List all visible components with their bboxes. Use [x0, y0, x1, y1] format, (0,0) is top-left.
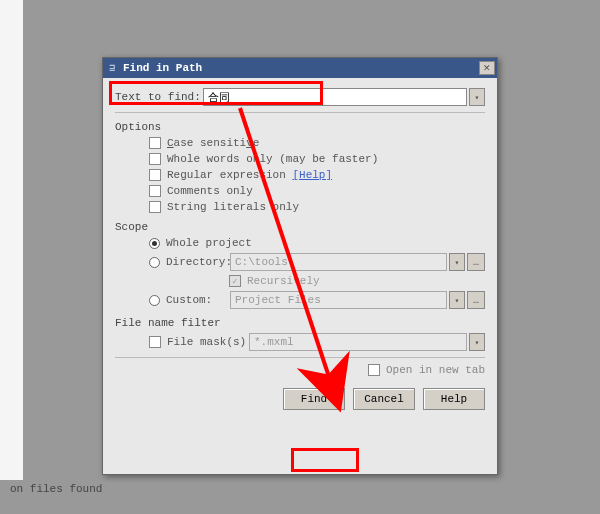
file-mask-field: *.mxml	[249, 333, 467, 351]
titlebar-text: Find in Path	[123, 62, 479, 74]
find-button[interactable]: Find	[283, 388, 345, 410]
divider	[115, 112, 485, 113]
checkbox-icon[interactable]	[149, 169, 161, 181]
text-to-find-input[interactable]	[203, 88, 467, 106]
file-mask-label: File mask(s)	[167, 336, 249, 348]
file-mask-dropdown[interactable]: ▾	[469, 333, 485, 351]
string-literals-row[interactable]: String literals only	[149, 201, 485, 213]
scope-section-label: Scope	[115, 221, 485, 233]
custom-dropdown[interactable]: ▾	[449, 291, 465, 309]
custom-field: Project Files	[230, 291, 447, 309]
checkbox-icon[interactable]	[149, 153, 161, 165]
custom-browse-button[interactable]: …	[467, 291, 485, 309]
regex-label: Regular expression	[167, 169, 286, 181]
checkbox-icon[interactable]	[149, 336, 161, 348]
directory-row[interactable]: Directory: C:\tools\ ▾ …	[149, 253, 485, 271]
case-sensitive-label: Case sensitive	[167, 137, 259, 149]
comments-only-row[interactable]: Comments only	[149, 185, 485, 197]
status-footer: on files found	[10, 482, 102, 496]
app-icon: ⊒	[105, 61, 119, 75]
regex-row[interactable]: Regular expression [Help]	[149, 169, 485, 181]
whole-project-label: Whole project	[166, 237, 252, 249]
checkbox-icon: ✓	[229, 275, 241, 287]
footer-line-1: on files found	[10, 482, 102, 496]
divider	[115, 357, 485, 358]
custom-row[interactable]: Custom: Project Files ▾ …	[149, 291, 485, 309]
button-row: Find Cancel Help	[115, 388, 485, 410]
file-mask-row[interactable]: File mask(s) *.mxml ▾	[149, 333, 485, 351]
custom-label: Custom:	[166, 294, 230, 306]
checkbox-icon[interactable]	[368, 364, 380, 376]
case-sensitive-row[interactable]: Case sensitive	[149, 137, 485, 149]
titlebar[interactable]: ⊒ Find in Path ✕	[103, 58, 497, 78]
text-to-find-label: Text to find:	[115, 91, 203, 103]
radio-icon[interactable]	[149, 257, 160, 268]
help-button[interactable]: Help	[423, 388, 485, 410]
directory-dropdown[interactable]: ▾	[449, 253, 465, 271]
directory-field: C:\tools\	[230, 253, 447, 271]
text-to-find-dropdown[interactable]: ▾	[469, 88, 485, 106]
cancel-button[interactable]: Cancel	[353, 388, 415, 410]
find-in-path-dialog: ⊒ Find in Path ✕ Text to find: ▾ Options…	[102, 57, 498, 475]
checkbox-icon[interactable]	[149, 185, 161, 197]
recursively-label: Recursively	[247, 275, 320, 287]
open-in-new-tab-label: Open in new tab	[386, 364, 485, 376]
dialog-body: Text to find: ▾ Options Case sensitive W…	[103, 78, 497, 420]
open-in-new-tab-row[interactable]: Open in new tab	[115, 364, 485, 376]
radio-icon[interactable]	[149, 238, 160, 249]
recursively-row: ✓ Recursively	[229, 275, 485, 287]
string-literals-label: String literals only	[167, 201, 299, 213]
whole-words-label: Whole words only (may be faster)	[167, 153, 378, 165]
options-section-label: Options	[115, 121, 485, 133]
close-icon[interactable]: ✕	[479, 61, 495, 75]
regex-help-link[interactable]: [Help]	[292, 169, 332, 181]
background-panel-left	[0, 0, 23, 480]
filter-section-label: File name filter	[115, 317, 485, 329]
comments-only-label: Comments only	[167, 185, 253, 197]
checkbox-icon[interactable]	[149, 201, 161, 213]
directory-label: Directory:	[166, 256, 230, 268]
directory-browse-button[interactable]: …	[467, 253, 485, 271]
whole-words-row[interactable]: Whole words only (may be faster)	[149, 153, 485, 165]
whole-project-row[interactable]: Whole project	[149, 237, 485, 249]
radio-icon[interactable]	[149, 295, 160, 306]
text-to-find-row: Text to find: ▾	[115, 88, 485, 106]
checkbox-icon[interactable]	[149, 137, 161, 149]
